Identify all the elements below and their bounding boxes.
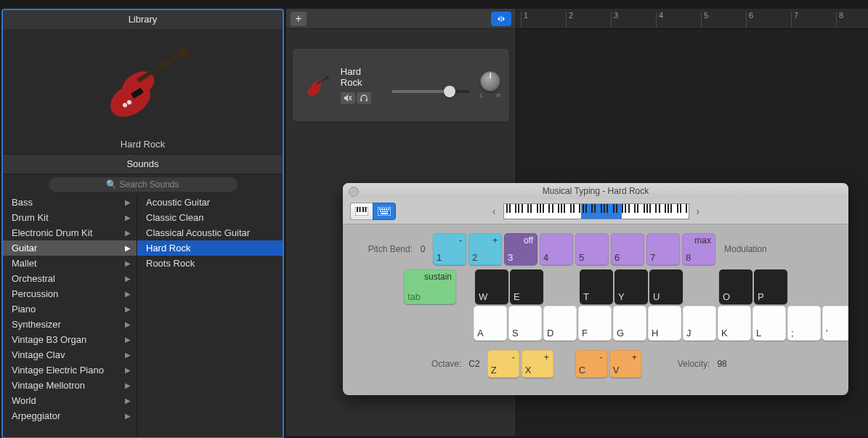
piano-black-key[interactable]: W — [475, 269, 508, 304]
piano-white-key[interactable]: L — [753, 306, 786, 341]
modulation-key[interactable]: max8 — [682, 233, 715, 265]
add-track-button[interactable]: + — [291, 12, 307, 26]
category-item[interactable]: Guitar▶ — [3, 240, 137, 256]
modulation-key[interactable]: 7 — [646, 233, 680, 265]
keyboard-view-button[interactable] — [373, 203, 396, 220]
category-item-label: Piano — [12, 301, 36, 317]
key-bottom-label: A — [477, 328, 503, 338]
category-item[interactable]: World▶ — [3, 393, 137, 408]
headphones-icon — [360, 94, 368, 102]
piano-black-key[interactable]: O — [719, 269, 753, 304]
svg-rect-23 — [381, 208, 383, 210]
modulation-key[interactable]: off3 — [504, 233, 538, 265]
track-row[interactable]: Hard Rock — [292, 48, 510, 122]
category-item[interactable]: Orchestral▶ — [3, 271, 137, 286]
sustain-key[interactable]: sustaintab — [404, 269, 456, 304]
octave-key[interactable]: -Z — [487, 350, 519, 378]
key-bottom-label: Y — [618, 291, 644, 302]
timeline-ruler[interactable]: 12345678 — [516, 9, 868, 29]
piano-black-key[interactable]: E — [510, 269, 543, 304]
piano-white-key[interactable]: ' — [822, 306, 848, 341]
library-preset-list[interactable]: Acoustic GuitarClassic CleanClassical Ac… — [137, 195, 283, 438]
piano-white-key[interactable]: D — [543, 306, 577, 341]
category-item[interactable]: Vintage Electric Piano▶ — [3, 362, 137, 378]
library-category-list[interactable]: Bass▶Drum Kit▶Electronic Drum Kit▶Guitar… — [3, 195, 137, 438]
key-top-label: + — [492, 235, 498, 246]
ruler-number: 5 — [704, 11, 708, 20]
pitch-bend-key[interactable]: +2 — [469, 233, 502, 265]
category-item[interactable]: Percussion▶ — [3, 286, 137, 301]
chevron-right-icon: ▶ — [125, 256, 131, 271]
category-item[interactable]: Vintage Clav▶ — [3, 347, 137, 362]
ruler-number: 4 — [659, 11, 663, 20]
library-preview: Hard Rock — [3, 39, 283, 154]
piano-white-key[interactable]: K — [718, 306, 751, 341]
octave-key[interactable]: +X — [522, 350, 553, 378]
svg-rect-17 — [357, 207, 358, 212]
preset-item[interactable]: Classic Clean — [137, 210, 283, 225]
piano-black-key[interactable]: T — [580, 269, 613, 304]
preset-item[interactable]: Roots Rock — [137, 256, 283, 271]
category-item[interactable]: Vintage B3 Organ▶ — [3, 332, 137, 347]
category-item[interactable]: Arpeggiator▶ — [3, 408, 137, 423]
track-collapse-button[interactable] — [491, 12, 511, 26]
close-icon[interactable] — [349, 187, 359, 197]
category-item-label: Bass — [12, 195, 33, 210]
keyboard-range[interactable] — [503, 203, 689, 219]
piano-white-key[interactable]: J — [683, 306, 716, 341]
preset-item[interactable]: Acoustic Guitar — [137, 195, 283, 210]
category-item[interactable]: Electronic Drum Kit▶ — [3, 225, 137, 240]
piano-view-button[interactable] — [350, 203, 373, 220]
category-item-label: Vintage Clav — [12, 347, 65, 362]
key-top-label: sustain — [424, 272, 452, 282]
modulation-key[interactable]: 5 — [575, 233, 609, 265]
category-item[interactable]: Synthesizer▶ — [3, 317, 137, 332]
piano-white-key[interactable]: F — [578, 306, 612, 341]
key-bottom-label: 2 — [472, 252, 498, 263]
volume-thumb[interactable] — [444, 86, 455, 97]
modulation-key[interactable]: 4 — [540, 233, 573, 265]
piano-white-key[interactable]: S — [508, 306, 542, 341]
key-bottom-label: tab — [407, 291, 453, 302]
preset-item[interactable]: Classical Acoustic Guitar — [137, 225, 283, 240]
piano-black-key[interactable]: Y — [615, 269, 648, 304]
piano-black-key[interactable]: P — [754, 269, 787, 304]
typing-titlebar[interactable]: Musical Typing - Hard Rock — [343, 183, 848, 199]
volume-slider[interactable] — [392, 90, 470, 93]
key-top-label: - — [600, 352, 603, 362]
solo-button[interactable] — [357, 92, 371, 104]
svg-rect-26 — [388, 208, 389, 210]
key-bottom-label: 7 — [650, 252, 676, 263]
modulation-key[interactable]: 6 — [611, 233, 644, 265]
category-item[interactable]: Mallet▶ — [3, 256, 137, 271]
category-item[interactable]: Piano▶ — [3, 301, 137, 317]
key-top-label: + — [632, 352, 637, 362]
pan-knob[interactable] — [480, 71, 500, 92]
search-input[interactable]: 🔍Search Sounds — [49, 177, 238, 192]
key-bottom-label: L — [756, 328, 782, 338]
preset-item[interactable]: Hard Rock — [137, 240, 283, 256]
velocity-key[interactable]: +V — [609, 350, 641, 378]
category-item[interactable]: Drum Kit▶ — [3, 210, 137, 225]
guitar-icon — [81, 39, 205, 119]
mute-button[interactable] — [341, 92, 355, 104]
pitch-bend-label: Pitch Bend: — [356, 244, 413, 254]
svg-rect-14 — [360, 100, 362, 102]
range-next-button[interactable]: › — [694, 206, 703, 217]
key-bottom-label: S — [512, 328, 538, 338]
track-name: Hard Rock — [341, 66, 371, 88]
velocity-key[interactable]: -C — [575, 350, 607, 378]
pitch-bend-key[interactable]: -1 — [433, 233, 466, 265]
chevron-right-icon: ▶ — [125, 408, 131, 423]
piano-black-key[interactable]: U — [649, 269, 683, 304]
piano-white-key[interactable]: G — [613, 306, 646, 341]
piano-white-key[interactable]: ; — [787, 306, 821, 341]
musical-typing-window: Musical Typing - Hard Rock — [343, 183, 848, 395]
range-prev-button[interactable]: ‹ — [490, 206, 499, 217]
piano-white-key[interactable]: H — [648, 306, 681, 341]
key-bottom-label: D — [547, 328, 573, 338]
category-item[interactable]: Bass▶ — [3, 195, 137, 210]
key-bottom-label: K — [721, 328, 747, 338]
category-item[interactable]: Vintage Mellotron▶ — [3, 378, 137, 393]
piano-white-key[interactable]: A — [474, 306, 507, 341]
